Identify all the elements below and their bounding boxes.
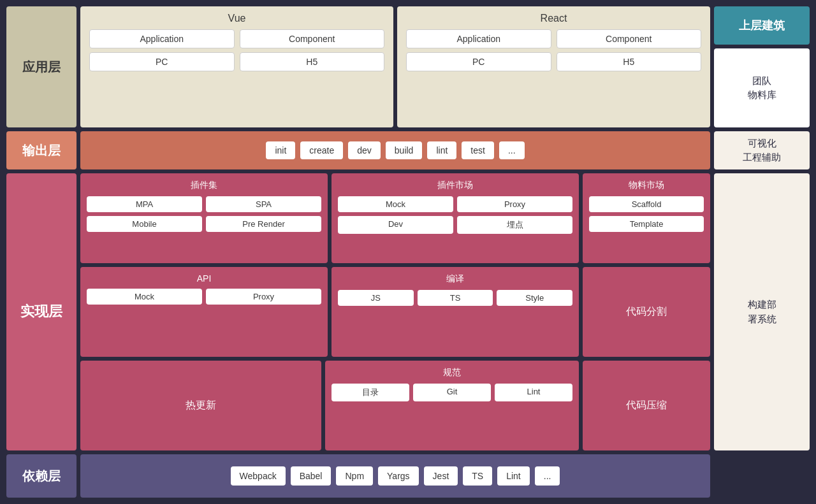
market-dev: Dev — [338, 216, 453, 234]
dep-content: Webpack Babel Npm Yargs Jest TS Lint ... — [80, 454, 710, 498]
plugin-market-block: 插件市场 Mock Proxy Dev 埋点 — [332, 173, 579, 263]
market-mock: Mock — [338, 196, 453, 212]
dep-jest: Jest — [424, 466, 458, 486]
code-split-label: 代码分割 — [626, 305, 667, 319]
plugin-market-row1: Mock Proxy — [338, 196, 572, 212]
material-scaffold: Scaffold — [589, 196, 704, 212]
dep-npm: Npm — [336, 466, 373, 486]
output-content: init create dev build lint test ... — [80, 131, 710, 169]
output-create: create — [300, 141, 343, 159]
plugin-market-title: 插件市场 — [338, 180, 572, 191]
spec-lint: Lint — [495, 384, 572, 401]
compile-row1: JS TS Style — [338, 290, 572, 306]
spec-dir: 目录 — [332, 384, 409, 401]
impl-row3: 热更新 规范 目录 Git Lint 代码压缩 — [80, 361, 710, 450]
material-template: Template — [589, 216, 704, 232]
plugin-set-row1: MPA SPA — [87, 196, 321, 212]
vue-title: Vue — [89, 13, 384, 24]
dep-yargs: Yargs — [378, 466, 419, 486]
output-init: init — [266, 141, 295, 159]
dep-more: ... — [535, 466, 560, 486]
output-build: build — [386, 141, 423, 159]
sidebar-header: 上层建筑 — [714, 6, 810, 45]
market-tracking: 埋点 — [457, 216, 572, 234]
output-section: 输出层 init create dev build lint test ... … — [6, 131, 810, 169]
code-compress-block: 代码压缩 — [583, 361, 710, 450]
react-application: Application — [406, 29, 551, 48]
sidebar-item-build: 构建部署系统 — [714, 173, 810, 450]
react-title: React — [406, 13, 701, 24]
right-sidebar: 上层建筑 团队物料库 — [714, 6, 810, 127]
plugin-spa: SPA — [206, 196, 321, 212]
dep-section: 依赖层 Webpack Babel Npm Yargs Jest TS Lint… — [6, 454, 810, 498]
dep-layer-label: 依赖层 — [6, 454, 76, 498]
dep-babel: Babel — [291, 466, 332, 486]
vue-application: Application — [89, 29, 235, 48]
react-h5: H5 — [557, 52, 702, 71]
sidebar-item-material: 团队物料库 — [714, 48, 810, 127]
api-mock: Mock — [87, 289, 202, 305]
spec-row1: 目录 Git Lint — [332, 384, 572, 401]
output-dev: dev — [348, 141, 381, 159]
market-proxy: Proxy — [457, 196, 572, 212]
material-market-title: 物料市场 — [589, 180, 704, 191]
sidebar-spacer-output: 可视化工程辅助 — [714, 131, 810, 169]
api-block: API Mock Proxy — [80, 267, 328, 357]
top-section: 应用层 Vue Application Component PC H5 Reac… — [6, 6, 810, 127]
api-row1: Mock Proxy — [87, 289, 321, 305]
impl-row2: API Mock Proxy 编译 JS TS Style — [80, 267, 710, 357]
hotreload-block: 热更新 — [80, 361, 321, 450]
impl-content: 插件集 MPA SPA Mobile Pre Render 插件市场 Mock — [80, 173, 710, 450]
react-pc: PC — [406, 52, 551, 71]
spec-block: 规范 目录 Git Lint — [325, 361, 579, 450]
output-more: ... — [499, 141, 525, 159]
compile-js: JS — [338, 290, 414, 306]
spec-git: Git — [413, 384, 491, 401]
sidebar-dep-spacer — [714, 454, 810, 498]
plugin-set-block: 插件集 MPA SPA Mobile Pre Render — [80, 173, 328, 263]
dep-lint: Lint — [497, 466, 530, 486]
vue-h5: H5 — [240, 52, 385, 71]
react-row2: PC H5 — [406, 52, 701, 71]
plugin-mobile: Mobile — [87, 216, 202, 232]
compile-title: 编译 — [338, 273, 572, 285]
sidebar-impl: 构建部署系统 — [714, 173, 810, 450]
dep-webpack: Webpack — [231, 466, 286, 486]
impl-layer-label: 实现层 — [6, 173, 76, 450]
dep-ts: TS — [463, 466, 492, 486]
output-layer-label: 输出层 — [6, 131, 76, 169]
impl-section: 实现层 插件集 MPA SPA Mobile Pre Render — [6, 173, 810, 450]
plugin-prerender: Pre Render — [206, 216, 321, 232]
material-row1: Scaffold — [589, 196, 704, 212]
plugin-mpa: MPA — [87, 196, 202, 212]
code-compress-label: 代码压缩 — [626, 399, 667, 412]
react-component: Component — [557, 29, 702, 48]
material-row2: Template — [589, 216, 704, 232]
hotreload-label: 热更新 — [186, 399, 216, 412]
vue-pc: PC — [89, 52, 235, 71]
vue-row1: Application Component — [89, 29, 384, 48]
output-test: test — [462, 141, 494, 159]
compile-ts: TS — [418, 290, 493, 306]
api-proxy: Proxy — [206, 289, 321, 305]
plugin-set-row2: Mobile Pre Render — [87, 216, 321, 232]
app-layer-label: 应用层 — [6, 6, 76, 127]
compile-style: Style — [497, 290, 572, 306]
vue-component: Component — [240, 29, 385, 48]
output-lint: lint — [427, 141, 456, 159]
material-market-block: 物料市场 Scaffold Template — [583, 173, 710, 263]
main-container: 应用层 Vue Application Component PC H5 Reac… — [6, 6, 810, 498]
sidebar-item-visual: 可视化工程辅助 — [714, 131, 810, 169]
plugin-set-title: 插件集 — [87, 180, 321, 191]
plugin-market-row2: Dev 埋点 — [338, 216, 572, 234]
vue-framework: Vue Application Component PC H5 — [80, 6, 393, 127]
impl-row1: 插件集 MPA SPA Mobile Pre Render 插件市场 Mock — [80, 173, 710, 263]
api-title: API — [87, 273, 321, 284]
code-split-block: 代码分割 — [583, 267, 710, 357]
compile-block: 编译 JS TS Style — [332, 267, 579, 357]
vue-row2: PC H5 — [89, 52, 384, 71]
react-framework: React Application Component PC H5 — [397, 6, 710, 127]
spec-title: 规范 — [332, 367, 572, 378]
react-row1: Application Component — [406, 29, 701, 48]
